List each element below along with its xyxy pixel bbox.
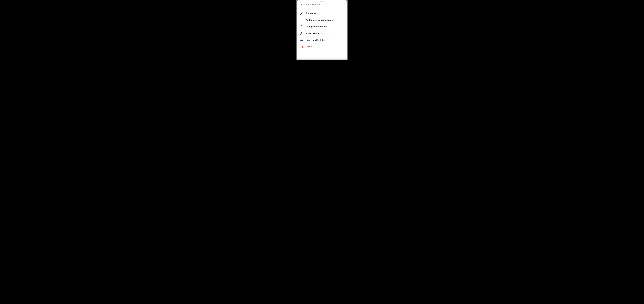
- bell-icon: [300, 25, 303, 28]
- sheet-title: TestFitnessTrainerSi: [300, 3, 344, 6]
- menu-label-pin: Pin to top: [306, 12, 316, 15]
- menu-label-invite: Invite members: [306, 32, 322, 35]
- menu-item-hide-from-sites[interactable]: Hide from My Sites: [297, 37, 347, 43]
- svg-line-0: [300, 14, 301, 14]
- sheet-header: TestFitnessTrainerSi: [297, 1, 347, 8]
- device-icon: [300, 19, 303, 21]
- menu-label-notifications: Manage notifications: [306, 25, 327, 28]
- svg-point-3: [301, 32, 302, 33]
- menu-item-pin-to-top[interactable]: Pin to top: [297, 10, 347, 17]
- menu-item-manage-notifications[interactable]: Manage notifications: [297, 23, 347, 30]
- invite-icon: [300, 32, 303, 35]
- pin-icon: [300, 12, 303, 15]
- menu-item-invite-members[interactable]: Invite members: [297, 30, 347, 37]
- action-sheet: TestFitnessTrainerSi: [297, 0, 347, 58]
- menu-label-hide: Hide from My Sites: [306, 39, 325, 41]
- menu-label-add-home: Add to device home screen: [306, 19, 334, 21]
- menu-item-add-to-home[interactable]: Add to device home screen: [297, 17, 347, 23]
- menu-item-leave[interactable]: Leave: [297, 43, 347, 50]
- phone-frame: TestFitnessTrainerSi: [296, 0, 348, 60]
- menu-list: Pin to top Add to device home screen: [297, 8, 347, 51]
- menu-label-leave: Leave: [306, 45, 312, 48]
- hide-icon: [300, 39, 303, 41]
- bottom-nav-edge: [297, 58, 347, 60]
- leave-icon: [300, 45, 303, 48]
